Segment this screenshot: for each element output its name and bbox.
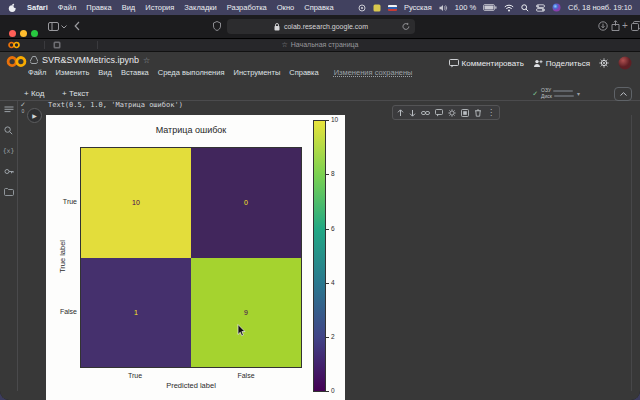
menubar-item-view[interactable]: Вид	[122, 3, 136, 12]
matrix-value-0-1: 0	[244, 199, 248, 206]
menubar-item-edit[interactable]: Правка	[86, 3, 111, 12]
battery-icon[interactable]	[483, 4, 497, 11]
tab-overview-icon[interactable]	[631, 21, 640, 31]
menubar-item-bookmarks[interactable]: Закладки	[184, 3, 216, 12]
macos-menu-bar: Safari Файл Правка Вид История Закладки …	[0, 0, 640, 15]
colab-menu-insert[interactable]: Вставка	[121, 68, 149, 77]
comment-label: Комментировать	[462, 59, 524, 68]
run-cell-button[interactable]: ▶	[27, 108, 42, 123]
colab-menu-runtime[interactable]: Среда выполнения	[158, 68, 225, 77]
xtick-false: False	[226, 372, 266, 379]
colab-menu-view[interactable]: Вид	[98, 68, 112, 77]
siri-icon[interactable]	[552, 3, 561, 12]
collapse-header-button[interactable]	[614, 87, 632, 101]
comment-button[interactable]: Комментировать	[449, 59, 524, 68]
xtick-true: True	[115, 372, 155, 379]
menubar-item-file[interactable]: Файл	[58, 3, 76, 12]
variables-icon[interactable]: {x}	[3, 147, 15, 155]
lock-icon	[274, 23, 280, 31]
resources-caret-icon: ▾	[577, 90, 580, 97]
sidebar-chevron-icon[interactable]	[61, 25, 67, 29]
add-text-button[interactable]: + Текст	[62, 89, 89, 98]
settings-gear-icon[interactable]	[599, 58, 609, 68]
menubar-item-history[interactable]: История	[145, 3, 174, 12]
star-notebook-icon[interactable]: ☆	[143, 56, 150, 65]
mouse-cursor	[237, 324, 246, 337]
move-cell-down-icon[interactable]	[409, 109, 416, 117]
chart-title: Матрица ошибок	[80, 125, 302, 135]
volume-icon[interactable]	[439, 4, 448, 12]
menubar-item-help[interactable]: Справка	[304, 3, 333, 12]
input-source-label[interactable]: Русская	[404, 3, 432, 12]
keyboard-flag-icon[interactable]	[388, 5, 397, 11]
apple-menu-icon[interactable]	[8, 3, 17, 13]
control-center-icon[interactable]	[536, 4, 545, 12]
matrix-cell-1-1: 9	[191, 258, 301, 368]
cell-output-text: Text(0.5, 1.0, 'Матрица ошибок')	[48, 101, 183, 109]
move-cell-up-icon[interactable]	[397, 109, 404, 117]
address-bar[interactable]: colab.research.google.com	[227, 19, 415, 34]
copy-link-icon[interactable]	[421, 110, 430, 116]
add-comment-icon[interactable]	[435, 109, 443, 117]
colab-logo[interactable]	[6, 55, 27, 68]
tab-start-page[interactable]: ☆Начальная страница	[0, 41, 640, 49]
reload-icon[interactable]	[402, 22, 410, 31]
colab-app: SVR&SVMMetrics.ipynb ☆ Файл Изменить Вид…	[0, 52, 640, 400]
matrix-value-1-0: 1	[134, 309, 138, 316]
colab-menu-tools[interactable]: Инструменты	[234, 68, 281, 77]
confusion-matrix: 10 0 1 9	[80, 147, 302, 368]
more-actions-icon[interactable]: ⋮	[487, 109, 495, 117]
avatar[interactable]	[618, 56, 632, 70]
colorbar-tick-0: 0	[331, 387, 345, 394]
notebook-sidebar: {x}	[0, 101, 18, 391]
colab-menu-edit[interactable]: Изменить	[55, 68, 89, 77]
sidebar-toggle-icon[interactable]	[48, 22, 59, 31]
matrix-value-1-1: 9	[244, 309, 248, 316]
cell-execution-status: ✓ 0	[20, 102, 26, 114]
ytick-true: True	[48, 198, 77, 205]
save-status[interactable]: Изменения сохранены	[334, 68, 413, 77]
table-of-contents-icon[interactable]	[4, 106, 14, 114]
privacy-shield-icon[interactable]	[213, 21, 221, 31]
matrix-cell-0-0: 10	[81, 148, 191, 258]
new-tab-icon[interactable]: +	[622, 20, 628, 31]
colab-menu-file[interactable]: Файл	[28, 68, 46, 77]
find-replace-icon[interactable]	[4, 126, 13, 135]
spotlight-search-icon[interactable]	[521, 4, 529, 12]
menubar-item-window[interactable]: Окно	[277, 3, 294, 12]
cell-settings-gear-icon[interactable]	[448, 109, 456, 117]
disk-label: Диск	[541, 93, 552, 99]
menubar-item-develop[interactable]: Разработка	[227, 3, 267, 12]
connected-check-icon: ✓	[532, 90, 538, 98]
wifi-icon[interactable]	[504, 4, 514, 12]
colorbar-tick-6: 6	[331, 225, 345, 232]
mirror-cell-icon[interactable]	[461, 109, 469, 117]
add-code-button[interactable]: + Код	[24, 89, 45, 98]
colorbar-tick-10: 10	[331, 116, 345, 123]
record-status-icon[interactable]	[358, 4, 366, 12]
share-button[interactable]: Поделиться	[533, 59, 590, 68]
menubar-item-safari[interactable]: Safari	[27, 3, 48, 12]
colab-menu: Файл Изменить Вид Вставка Среда выполнен…	[28, 68, 413, 77]
battery-percent-label[interactable]: 100 %	[455, 3, 476, 12]
menubar-clock[interactable]: Сб, 18 нояб. 19:10	[568, 3, 632, 12]
content-divider	[631, 115, 632, 391]
secrets-key-icon[interactable]	[4, 167, 14, 176]
colab-menu-help[interactable]: Справка	[289, 68, 318, 77]
tab-title: Начальная страница	[291, 41, 359, 48]
back-button[interactable]	[74, 21, 80, 31]
notebook-toolbar: + Код + Текст ✓ ОЗУ Диск ▾	[0, 87, 640, 101]
downloads-icon[interactable]	[598, 21, 608, 31]
x-axis-label: Predicted label	[141, 381, 241, 390]
safari-toolbar: colab.research.google.com +	[0, 15, 640, 39]
resources-indicator[interactable]: ✓ ОЗУ Диск ▾	[532, 88, 580, 99]
delete-cell-icon[interactable]	[474, 109, 482, 117]
tab-bar: ☆Начальная страница	[0, 39, 640, 52]
tab-favicon-star: ☆	[281, 41, 287, 48]
colorbar-tick-8: 8	[331, 170, 345, 177]
yellow-app-status-icon[interactable]	[373, 4, 381, 12]
matrix-value-0-0: 10	[132, 199, 140, 206]
files-folder-icon[interactable]	[4, 188, 14, 196]
notebook-filename[interactable]: SVR&SVMMetrics.ipynb	[42, 55, 139, 65]
share-icon[interactable]	[611, 20, 620, 31]
